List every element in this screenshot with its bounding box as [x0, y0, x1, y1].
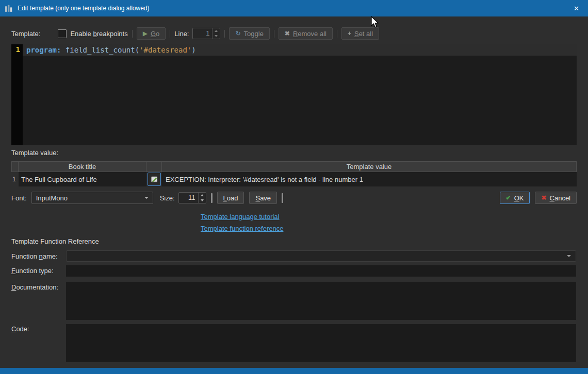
template-function-reference-link[interactable]: Template function reference	[201, 225, 283, 232]
remove-all-button[interactable]: ✖ Remove all	[279, 27, 333, 40]
book-title-cell[interactable]: The Full Cupboard of Life	[19, 172, 146, 186]
font-label: Font:	[11, 194, 27, 202]
code-textarea[interactable]	[66, 324, 576, 362]
code-string-literal: '#datesread'	[139, 46, 191, 54]
close-button[interactable]: ✕	[565, 0, 588, 16]
cancel-icon: ✖	[541, 195, 546, 201]
app-icon	[5, 4, 13, 13]
template-code-editor[interactable]: 1 program: field_list_count('#datesread'…	[11, 44, 577, 145]
toolbar-separator	[274, 30, 274, 38]
spin-up-icon[interactable]	[199, 193, 206, 198]
edit-template-dialog: Edit template (only one template dialog …	[0, 0, 588, 374]
template-label: Template:	[11, 30, 40, 38]
font-combobox-value: InputMono	[36, 194, 68, 202]
code-line-1: program: field_list_count('#datesread')	[23, 44, 577, 56]
chevron-down-icon	[567, 255, 571, 257]
table-row: 1 The Full Cupboard of Life EXCEPTION: I…	[11, 172, 577, 186]
line-spinbox-value: 1	[193, 28, 212, 39]
template-value-table: Book title Template value 1 The Full Cup…	[11, 161, 577, 186]
enable-breakpoints-label[interactable]: Enable breakpoints	[70, 30, 127, 38]
column-header-book-title: Book title	[19, 161, 146, 172]
go-button[interactable]: ▶ Go	[137, 27, 166, 40]
code-keyword: program:	[26, 46, 61, 54]
line-spinbox[interactable]: 1	[192, 28, 220, 39]
window-bottom-edge	[0, 368, 588, 374]
documentation-label: Documentation:	[11, 283, 58, 291]
splitter-handle	[211, 193, 213, 203]
titlebar: Edit template (only one template dialog …	[0, 0, 588, 16]
font-size-value: 11	[179, 193, 198, 203]
ok-button[interactable]: ✔ OK	[500, 192, 530, 204]
spin-down-icon[interactable]	[199, 198, 206, 203]
function-type-label: Function type:	[11, 267, 54, 275]
font-size-spinbox[interactable]: 11	[178, 192, 206, 203]
function-name-combobox[interactable]	[66, 250, 576, 262]
function-type-field	[66, 265, 576, 277]
remove-all-icon: ✖	[285, 30, 290, 37]
line-number-gutter: 1	[11, 44, 23, 145]
toggle-breakpoint-icon: ↻	[235, 30, 240, 37]
spin-down-icon[interactable]	[213, 33, 220, 39]
help-links: Template language tutorial Template func…	[201, 213, 283, 232]
function-reference-title: Template Function Reference	[11, 237, 99, 245]
close-icon: ✕	[574, 5, 579, 12]
code-function-call: field_list_count(	[61, 46, 139, 54]
table-corner-header	[11, 161, 19, 172]
template-value-label: Template value:	[11, 149, 58, 157]
play-icon: ▶	[143, 30, 148, 37]
font-combobox[interactable]: InputMono	[31, 192, 153, 204]
size-label: Size:	[160, 194, 175, 202]
splitter-handle	[282, 193, 283, 203]
column-header-edit	[146, 161, 162, 172]
breakpoint-toolbar: Template: Enable breakpoints ▶ Go Line: …	[11, 27, 577, 40]
code-close-paren: )	[191, 46, 195, 54]
save-button[interactable]: Save	[249, 192, 277, 204]
enable-breakpoints-checkbox[interactable]	[58, 29, 67, 38]
column-header-template-value: Template value	[162, 161, 577, 172]
open-editor-button[interactable]	[148, 173, 161, 186]
line-label: Line:	[174, 30, 189, 38]
edit-icon	[150, 175, 158, 183]
set-all-icon: +	[348, 30, 351, 37]
font-row: Font: InputMono Size: 11 Load Save ✔ OK …	[11, 191, 577, 205]
toolbar-separator	[132, 30, 133, 38]
toggle-button[interactable]: ↻ Toggle	[229, 27, 269, 40]
code-label: Code:	[11, 325, 29, 333]
toolbar-separator	[170, 30, 170, 38]
window-title: Edit template (only one template dialog …	[18, 5, 149, 12]
function-name-label: Function name:	[11, 252, 58, 260]
documentation-textarea[interactable]	[66, 282, 576, 320]
toolbar-separator	[337, 30, 337, 38]
chevron-down-icon	[144, 197, 149, 199]
row-number: 1	[11, 172, 19, 186]
load-button[interactable]: Load	[217, 192, 244, 204]
cancel-button[interactable]: ✖ Cancel	[535, 192, 577, 204]
template-language-tutorial-link[interactable]: Template language tutorial	[201, 213, 283, 220]
line-number: 1	[16, 45, 20, 54]
template-value-cell[interactable]: EXCEPTION: Interpreter: '#datesread' is …	[162, 172, 577, 186]
toolbar-separator	[224, 30, 225, 38]
check-icon: ✔	[506, 195, 511, 201]
set-all-button[interactable]: + Set all	[341, 27, 379, 40]
spin-up-icon[interactable]	[213, 28, 220, 33]
